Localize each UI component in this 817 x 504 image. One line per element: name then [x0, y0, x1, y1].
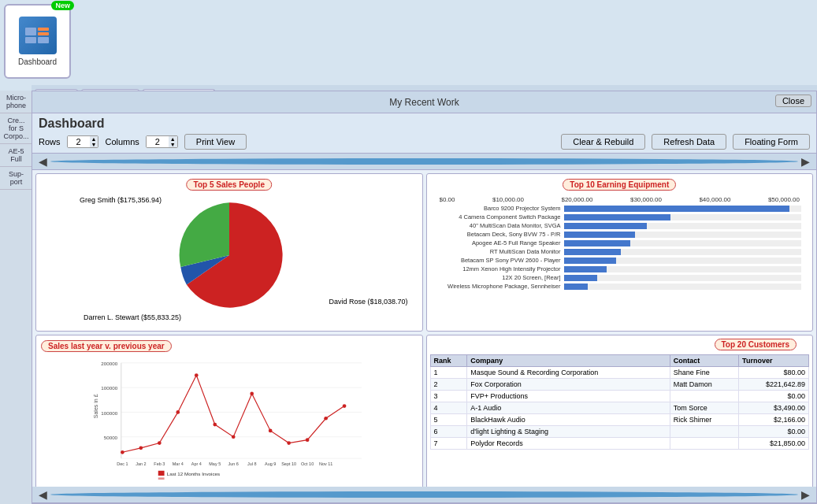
- svg-text:Dec 1: Dec 1: [117, 461, 128, 466]
- svg-point-25: [287, 441, 291, 445]
- cell-turnover-2: $0.00: [739, 390, 809, 402]
- svg-text:Aug 9: Aug 9: [265, 461, 276, 466]
- refresh-data-button[interactable]: Refresh Data: [652, 134, 726, 150]
- top20-customers-panel: Top 20 Customers Rank Company Contact Tu…: [426, 335, 814, 493]
- bar-label-2: 40" MultiScan Data Monitor, SVGA: [438, 222, 564, 229]
- cell-rank-5: 6: [430, 425, 467, 437]
- top-icon-bar: New Dashboard: [0, 0, 817, 91]
- svg-text:Apr 4: Apr 4: [191, 461, 202, 466]
- bottom-nav-right-arrow[interactable]: ▶: [798, 488, 813, 501]
- table-row-1: 2 Fox Corporation Matt Damon $221,642.89: [430, 378, 809, 390]
- rows-label: Rows: [39, 137, 61, 146]
- svg-rect-2: [38, 28, 49, 31]
- cell-rank-0: 1: [430, 366, 467, 378]
- bar-fill-9: [564, 284, 588, 290]
- rows-up-arrow[interactable]: ▲: [90, 136, 98, 142]
- cell-contact-4: Rick Shimer: [670, 413, 738, 425]
- content-area: Top 5 Sales People Greg Smith ($175,356.…: [32, 170, 816, 495]
- svg-text:100000: 100000: [101, 410, 117, 415]
- bar-track-8: [564, 275, 802, 281]
- rows-input[interactable]: 2: [68, 136, 90, 147]
- top10-equipment-panel: Top 10 Earning Equipment $0.00 $10,000.0…: [426, 173, 814, 332]
- svg-point-22: [232, 435, 236, 439]
- bar-fill-3: [564, 232, 635, 238]
- table-row-5: 6 d'light Lighting & Staging $0.00: [430, 425, 809, 437]
- darren-stewart-label: Darren L. Stewart ($55,833.25): [84, 313, 181, 321]
- columns-spinner[interactable]: 2 ▲ ▼: [146, 135, 178, 148]
- svg-rect-41: [158, 470, 165, 475]
- table-row-2: 3 FVP+ Productions $0.00: [430, 390, 809, 402]
- floating-form-button[interactable]: Floating Form: [733, 134, 810, 150]
- columns-label: Columns: [105, 137, 139, 146]
- nav-row: ◀ ▶: [32, 154, 816, 170]
- columns-down-arrow[interactable]: ▼: [169, 142, 177, 147]
- cell-company-2: FVP+ Productions: [467, 390, 670, 402]
- bar-fill-7: [564, 266, 607, 272]
- bar-row-6: Betacam SP Sony PVW 2600 - Player: [438, 257, 802, 264]
- svg-point-26: [306, 438, 310, 442]
- top5-sales-panel: Top 5 Sales People Greg Smith ($175,356.…: [35, 173, 423, 332]
- cell-company-6: Polydor Records: [467, 437, 670, 449]
- cell-turnover-1: $221,642.89: [739, 378, 809, 390]
- bar-label-5: RT MultiScan Data Monitor: [438, 248, 564, 255]
- svg-point-17: [139, 446, 143, 450]
- bar-fill-1: [564, 214, 671, 220]
- svg-text:Serie 1: Serie 1: [167, 477, 183, 480]
- sidebar-item-support[interactable]: Sup-port: [0, 167, 32, 190]
- bottom-nav-row: ◀ ▶: [32, 487, 816, 503]
- sidebar-item-ae5[interactable]: AE-5Full: [0, 144, 32, 167]
- cell-contact-3: Tom Sorce: [670, 402, 738, 413]
- cell-company-4: BlackHawk Audio: [467, 413, 670, 425]
- bar-fill-8: [564, 275, 597, 281]
- pie-chart: [162, 196, 296, 314]
- svg-rect-1: [25, 37, 36, 43]
- columns-input[interactable]: 2: [147, 136, 169, 147]
- svg-text:200000: 200000: [101, 360, 117, 365]
- svg-point-16: [121, 450, 124, 454]
- bar-row-0: Barco 9200 Projector System: [438, 205, 802, 212]
- cell-rank-6: 7: [430, 437, 467, 449]
- axis-20k: $20,000.00: [561, 196, 592, 203]
- line-chart-svg: Sales in £ 200000 100000 100000 50000: [41, 357, 418, 480]
- dashboard-icon[interactable]: New Dashboard: [4, 4, 71, 79]
- bar-track-4: [564, 240, 802, 246]
- bar-label-8: 12X 20 Screen, [Rear]: [438, 274, 564, 281]
- nav-left-arrow[interactable]: ◀: [35, 155, 50, 168]
- bar-track-5: [564, 249, 802, 255]
- svg-text:Nov 11: Nov 11: [319, 461, 332, 466]
- nav-right-arrow[interactable]: ▶: [798, 155, 813, 168]
- columns-up-arrow[interactable]: ▲: [169, 136, 177, 142]
- dashboard-title: Dashboard: [39, 117, 810, 131]
- close-button[interactable]: Close: [775, 94, 811, 107]
- sidebar: Micro-phone Cre...for SCorpo... AE-5Full…: [0, 91, 33, 504]
- toolbar: Rows 2 ▲ ▼ Columns 2 ▲ ▼ Print View Clea…: [39, 134, 810, 150]
- bar-row-7: 12mm Xenon High Intensity Projector: [438, 265, 802, 272]
- bar-track-1: [564, 214, 802, 220]
- sidebar-item-cre[interactable]: Cre...for SCorpo...: [0, 113, 32, 144]
- dashboard-icon-label: Dashboard: [18, 57, 57, 66]
- bar-fill-6: [564, 258, 616, 264]
- nav-indicator: [50, 158, 798, 165]
- svg-text:Sales in £: Sales in £: [93, 394, 98, 418]
- bar-fill-4: [564, 240, 630, 246]
- svg-text:Jul 8: Jul 8: [247, 461, 257, 466]
- rows-down-arrow[interactable]: ▼: [90, 142, 98, 147]
- svg-point-28: [343, 404, 347, 408]
- bar-row-4: Apogee AE-5 Full Range Speaker: [438, 239, 802, 246]
- cell-rank-3: 4: [430, 402, 467, 413]
- col-company: Company: [467, 354, 670, 366]
- cell-contact-2: [670, 390, 738, 402]
- bottom-nav-left-arrow[interactable]: ◀: [35, 488, 50, 501]
- bar-fill-5: [564, 249, 621, 255]
- bar-row-2: 40" MultiScan Data Monitor, SVGA: [438, 222, 802, 229]
- bar-row-3: Betacam Deck, Sony BVW 75 - P/R: [438, 231, 802, 238]
- print-view-button[interactable]: Print View: [184, 134, 247, 150]
- axis-50k: $50,000.00: [768, 196, 800, 203]
- sidebar-item-microphone[interactable]: Micro-phone: [0, 91, 32, 113]
- svg-point-19: [176, 410, 180, 414]
- cell-contact-1: Matt Damon: [670, 378, 738, 390]
- svg-rect-0: [25, 28, 36, 35]
- david-rose-label: David Rose ($18,038.70): [329, 298, 407, 306]
- rows-spinner[interactable]: 2 ▲ ▼: [67, 135, 99, 148]
- clear-rebuild-button[interactable]: Clear & Rebuild: [561, 134, 645, 150]
